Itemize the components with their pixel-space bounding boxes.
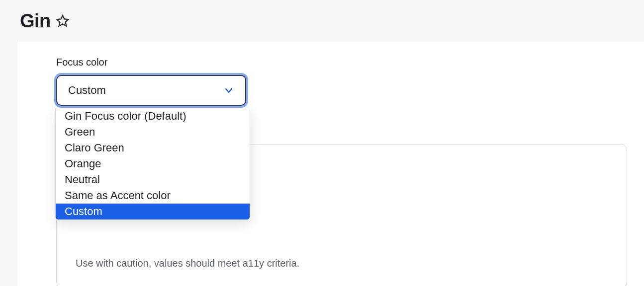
focus-color-option[interactable]: Neutral [56, 172, 250, 188]
focus-color-select[interactable]: Custom [56, 75, 246, 106]
focus-color-option[interactable]: Claro Green [56, 140, 250, 156]
focus-color-select-wrap: Custom Gin Focus color (Default) Green C… [56, 75, 246, 106]
focus-color-dropdown[interactable]: Gin Focus color (Default) Green Claro Gr… [55, 108, 250, 220]
focus-color-label: Focus color [56, 57, 626, 68]
content-panel: Focus color Custom Gin Focus color (Defa… [16, 42, 644, 286]
focus-color-option[interactable]: Gin Focus color (Default) [56, 108, 250, 124]
page-title-wrap: Gin [20, 10, 70, 32]
focus-color-option[interactable]: Green [56, 124, 250, 140]
chevron-down-icon [223, 85, 234, 96]
svg-marker-0 [57, 15, 68, 26]
focus-color-option[interactable]: Same as Accent color [56, 188, 250, 204]
star-icon[interactable] [56, 14, 70, 28]
content-inner: Focus color Custom Gin Focus color (Defa… [56, 57, 626, 106]
focus-color-option[interactable]: Orange [56, 156, 250, 172]
page-title: Gin [20, 10, 51, 32]
page-header: Gin [0, 0, 644, 42]
focus-color-selected-value: Custom [68, 84, 106, 97]
focus-color-option[interactable]: Custom [56, 204, 250, 219]
focus-color-hint: Use with caution, values should meet a11… [76, 258, 299, 269]
